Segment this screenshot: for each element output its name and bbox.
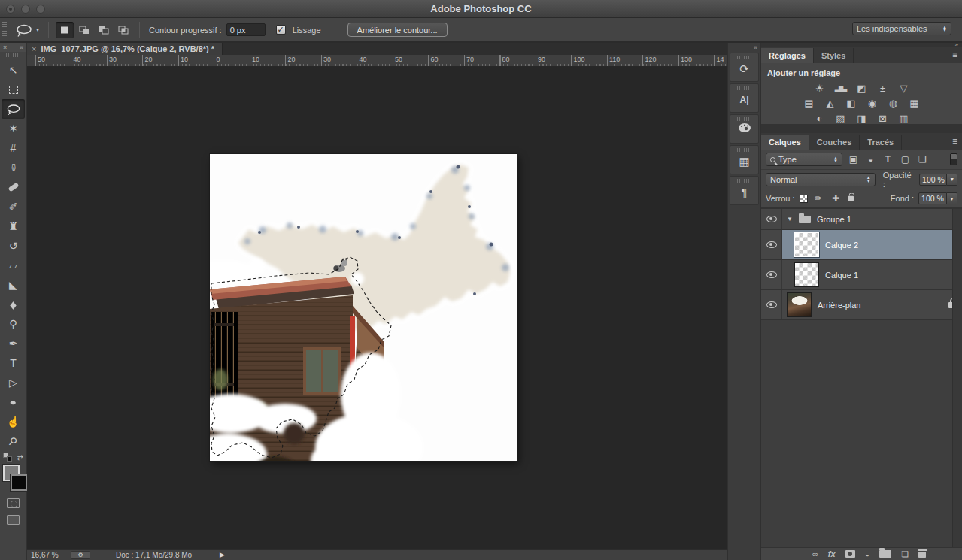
brightness-contrast-adjustment-icon[interactable]: ☀ (812, 83, 827, 94)
background-color-swatch[interactable] (11, 474, 27, 491)
lasso-tool[interactable] (2, 99, 25, 119)
filter-pixel-layers-icon[interactable]: ▣ (847, 154, 860, 165)
filter-adjustment-layers-icon[interactable]: ◒ (864, 154, 877, 165)
blur-tool[interactable]: ◆ (0, 295, 26, 314)
channel-mixer-adjustment-icon[interactable]: ◍ (886, 98, 900, 109)
feather-input[interactable]: 0 px (226, 23, 266, 36)
fill-value-field[interactable]: 100 % (918, 192, 947, 204)
eye-icon[interactable] (766, 241, 777, 248)
antialias-checkbox[interactable]: ✓ (276, 25, 286, 35)
rectangular-marquee-tool[interactable] (0, 80, 26, 99)
exposure-adjustment-icon[interactable]: ± (876, 83, 890, 94)
eye-icon[interactable] (766, 216, 777, 222)
tab-traces[interactable]: Tracés (860, 135, 902, 150)
tools-grip[interactable] (6, 53, 21, 57)
panel-menu-icon[interactable]: ≡ (952, 136, 957, 147)
eyedropper-tool[interactable]: ✑ (0, 158, 26, 177)
photo-filter-adjustment-icon[interactable]: ◉ (865, 98, 879, 109)
posterize-adjustment-icon[interactable]: ▨ (833, 113, 848, 124)
layer-thumbnail[interactable] (787, 292, 812, 317)
curves-adjustment-icon[interactable]: ◩ (854, 83, 869, 94)
zoom-level-field[interactable]: 16,67 % (31, 551, 59, 559)
black-white-adjustment-icon[interactable]: ◧ (844, 98, 858, 109)
layer-name[interactable]: Calque 2 (825, 241, 858, 250)
tab-reglages[interactable]: Réglages (761, 48, 814, 63)
visibility-cell[interactable] (761, 290, 782, 319)
close-panel-icon[interactable]: × (3, 44, 7, 51)
paint-bucket-tool[interactable]: ◣ (0, 275, 26, 295)
tab-calques[interactable]: Calques (761, 135, 809, 150)
horizontal-ruler[interactable]: 50 40 30 20 10 0 10 20 30 40 50 60 70 80… (27, 55, 727, 67)
filter-shape-layers-icon[interactable]: ▢ (899, 154, 912, 165)
pen-tool[interactable]: ✒ (0, 334, 26, 353)
color-balance-adjustment-icon[interactable]: ◭ (823, 98, 837, 109)
options-bar-grip[interactable] (2, 22, 7, 38)
swap-colors-icon[interactable]: ⇄ (17, 453, 23, 462)
delete-layer-icon[interactable] (918, 552, 926, 558)
close-document-icon[interactable]: × (32, 44, 36, 53)
zoom-tool[interactable]: ⚲ (0, 431, 26, 451)
layers-scrollbar[interactable] (952, 209, 962, 547)
opacity-dropdown-icon[interactable]: ▼ (947, 174, 957, 186)
screen-mode-button[interactable] (7, 515, 20, 525)
subtract-from-selection-mode-button[interactable] (95, 22, 113, 38)
layer-name[interactable]: Groupe 1 (817, 215, 851, 224)
fill-dropdown-icon[interactable]: ▼ (947, 192, 957, 204)
type-tool[interactable]: T (0, 353, 26, 373)
new-adjustment-layer-icon[interactable]: ◒ (865, 549, 870, 558)
dodge-tool[interactable]: ⚲ (0, 314, 26, 334)
selective-color-adjustment-icon[interactable]: ▥ (897, 113, 911, 124)
lock-pixels-icon[interactable]: ✏ (812, 193, 825, 204)
layer-name[interactable]: Calque 1 (825, 271, 858, 280)
workspace-switcher[interactable]: Les indispensables ▲▼ (852, 22, 951, 35)
opacity-value-field[interactable]: 100 % (919, 174, 947, 186)
status-options-icon[interactable]: ⚙ (71, 551, 90, 559)
intersect-selection-mode-button[interactable] (114, 22, 132, 38)
expand-dock-icon[interactable]: « (728, 43, 760, 53)
visibility-cell[interactable] (761, 260, 782, 289)
history-brush-tool[interactable]: ↺ (0, 236, 26, 256)
layer-thumbnail[interactable] (794, 262, 819, 287)
clone-stamp-tool[interactable]: ♜ (0, 216, 26, 236)
eraser-tool[interactable]: ▱ (0, 256, 26, 275)
quick-mask-mode-button[interactable] (7, 498, 20, 508)
tab-couches[interactable]: Couches (809, 135, 860, 150)
visibility-cell[interactable] (761, 209, 782, 229)
document-tab[interactable]: × IMG_1077.JPG @ 16,7% (Calque 2, RVB/8*… (27, 43, 223, 55)
layer-row-calque1[interactable]: Calque 1 (761, 260, 962, 290)
layer-filter-toggle[interactable] (950, 153, 957, 165)
paragraph-panel-button[interactable]: ¶ (730, 176, 759, 205)
magic-wand-tool[interactable]: ✶ (0, 119, 26, 138)
eye-icon[interactable] (766, 301, 777, 308)
layer-name[interactable]: Arrière-plan (818, 301, 860, 310)
tab-styles[interactable]: Styles (814, 48, 854, 63)
group-expand-arrow-icon[interactable]: ▼ (787, 216, 793, 222)
new-selection-mode-button[interactable] (56, 22, 74, 38)
invert-adjustment-icon[interactable]: ◐ (812, 113, 827, 124)
current-tool-button[interactable]: ▾ (11, 22, 42, 38)
hue-saturation-adjustment-icon[interactable]: ▤ (802, 98, 816, 109)
eye-icon[interactable] (766, 271, 777, 278)
collapse-panel-icon[interactable]: » (20, 44, 23, 51)
document-canvas[interactable] (210, 154, 517, 461)
threshold-adjustment-icon[interactable]: ◨ (854, 113, 869, 124)
panel-menu-icon[interactable]: ≡ (952, 50, 957, 60)
status-menu-arrow-icon[interactable]: ▶ (220, 551, 225, 558)
visibility-cell[interactable] (761, 230, 782, 259)
lock-position-icon[interactable]: ✚ (830, 193, 842, 204)
add-to-selection-mode-button[interactable] (75, 22, 93, 38)
color-lookup-adjustment-icon[interactable]: ▦ (907, 98, 921, 109)
vibrance-adjustment-icon[interactable]: ▽ (897, 83, 911, 94)
new-layer-icon[interactable]: ❏ (901, 549, 909, 559)
layer-row-calque2[interactable]: Calque 2 (761, 230, 962, 260)
hand-tool[interactable]: ☝ (0, 412, 26, 431)
spot-healing-brush-tool[interactable] (0, 177, 26, 197)
layer-style-icon[interactable]: fx (828, 549, 836, 558)
swatches-panel-button[interactable] (730, 114, 759, 144)
move-tool[interactable]: ↖ (0, 60, 26, 80)
character-panel-button[interactable]: A| (730, 83, 759, 113)
new-group-icon[interactable] (879, 550, 891, 558)
add-layer-mask-icon[interactable] (845, 550, 855, 558)
lock-all-icon[interactable] (848, 196, 854, 201)
ellipse-shape-tool[interactable]: ● (0, 392, 26, 412)
